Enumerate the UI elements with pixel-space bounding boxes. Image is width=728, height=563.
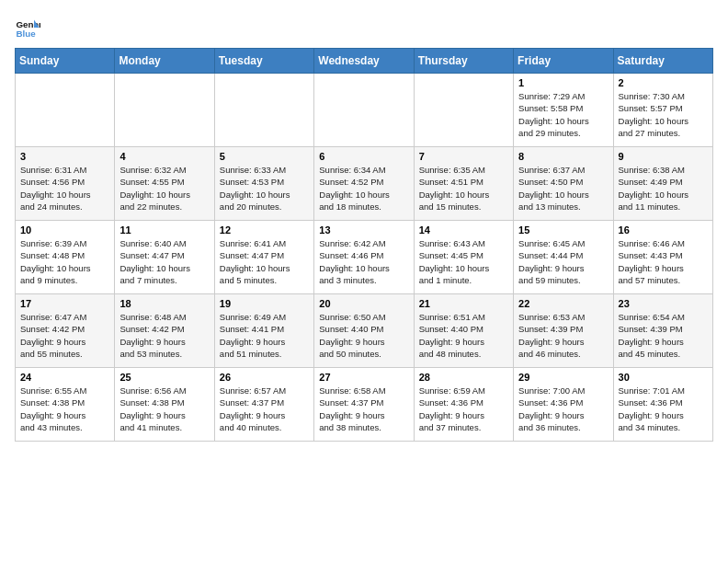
day-number: 20 [319,298,408,309]
day-info: Sunrise: 6:42 AM Sunset: 4:46 PM Dayligh… [319,237,408,286]
calendar-week-4: 17Sunrise: 6:47 AM Sunset: 4:42 PM Dayli… [16,294,713,368]
day-number: 28 [419,372,508,383]
calendar-cell: 29Sunrise: 7:00 AM Sunset: 4:36 PM Dayli… [514,368,613,442]
day-number: 6 [319,151,408,162]
day-number: 8 [518,151,608,162]
day-info: Sunrise: 6:49 AM Sunset: 4:41 PM Dayligh… [220,311,309,360]
day-number: 23 [619,298,708,309]
calendar-cell: 13Sunrise: 6:42 AM Sunset: 4:46 PM Dayli… [314,221,414,294]
day-info: Sunrise: 6:57 AM Sunset: 4:37 PM Dayligh… [220,385,309,433]
day-number: 16 [619,224,708,236]
calendar-cell: 8Sunrise: 6:37 AM Sunset: 4:50 PM Daylig… [514,147,613,221]
calendar: SundayMondayTuesdayWednesdayThursdayFrid… [15,48,713,442]
calendar-cell: 28Sunrise: 6:59 AM Sunset: 4:36 PM Dayli… [414,368,513,442]
day-number: 7 [419,151,508,162]
calendar-cell: 1Sunrise: 7:29 AM Sunset: 5:58 PM Daylig… [514,74,613,147]
day-number: 2 [619,77,708,88]
calendar-cell [115,74,214,147]
day-number: 30 [619,372,708,383]
day-info: Sunrise: 6:48 AM Sunset: 4:42 PM Dayligh… [119,311,209,360]
weekday-header-sunday: Sunday [16,49,115,74]
day-info: Sunrise: 6:38 AM Sunset: 4:49 PM Dayligh… [619,164,708,213]
calendar-cell: 2Sunrise: 7:30 AM Sunset: 5:57 PM Daylig… [613,74,712,147]
day-number: 25 [119,372,209,383]
day-number: 26 [220,372,309,383]
calendar-cell: 25Sunrise: 6:56 AM Sunset: 4:38 PM Dayli… [115,368,214,442]
calendar-cell: 23Sunrise: 6:54 AM Sunset: 4:39 PM Dayli… [613,294,712,368]
day-number: 13 [319,224,408,236]
day-info: Sunrise: 6:56 AM Sunset: 4:38 PM Dayligh… [119,385,209,433]
day-number: 17 [20,298,109,309]
calendar-cell: 7Sunrise: 6:35 AM Sunset: 4:51 PM Daylig… [414,147,513,221]
calendar-cell [414,74,513,147]
calendar-cell: 20Sunrise: 6:50 AM Sunset: 4:40 PM Dayli… [314,294,414,368]
day-number: 19 [220,298,309,309]
day-info: Sunrise: 6:32 AM Sunset: 4:55 PM Dayligh… [119,164,209,213]
day-number: 12 [220,224,309,236]
day-number: 24 [20,372,109,383]
calendar-cell: 19Sunrise: 6:49 AM Sunset: 4:41 PM Dayli… [214,294,313,368]
calendar-week-3: 10Sunrise: 6:39 AM Sunset: 4:48 PM Dayli… [16,221,713,294]
day-info: Sunrise: 6:39 AM Sunset: 4:48 PM Dayligh… [20,237,109,286]
calendar-cell [214,74,313,147]
day-number: 29 [518,372,608,383]
calendar-cell: 11Sunrise: 6:40 AM Sunset: 4:47 PM Dayli… [115,221,214,294]
day-info: Sunrise: 7:00 AM Sunset: 4:36 PM Dayligh… [518,385,608,433]
calendar-cell: 16Sunrise: 6:46 AM Sunset: 4:43 PM Dayli… [613,221,712,294]
day-info: Sunrise: 6:41 AM Sunset: 4:47 PM Dayligh… [220,237,309,286]
calendar-cell: 21Sunrise: 6:51 AM Sunset: 4:40 PM Dayli… [414,294,513,368]
day-number: 5 [220,151,309,162]
calendar-cell: 22Sunrise: 6:53 AM Sunset: 4:39 PM Dayli… [514,294,613,368]
day-info: Sunrise: 6:55 AM Sunset: 4:38 PM Dayligh… [20,385,109,433]
day-number: 22 [518,298,608,309]
calendar-cell [314,74,414,147]
weekday-header-friday: Friday [514,49,613,74]
calendar-cell: 18Sunrise: 6:48 AM Sunset: 4:42 PM Dayli… [115,294,214,368]
weekday-header-tuesday: Tuesday [214,49,313,74]
day-info: Sunrise: 7:30 AM Sunset: 5:57 PM Dayligh… [619,90,708,139]
logo: General Blue [15,15,44,40]
day-number: 11 [119,224,209,236]
day-info: Sunrise: 6:54 AM Sunset: 4:39 PM Dayligh… [619,311,708,360]
svg-text:Blue: Blue [16,29,36,39]
calendar-cell: 24Sunrise: 6:55 AM Sunset: 4:38 PM Dayli… [16,368,115,442]
calendar-cell: 3Sunrise: 6:31 AM Sunset: 4:56 PM Daylig… [16,147,115,221]
day-info: Sunrise: 6:45 AM Sunset: 4:44 PM Dayligh… [518,237,608,286]
day-info: Sunrise: 7:01 AM Sunset: 4:36 PM Dayligh… [619,385,708,433]
calendar-cell: 27Sunrise: 6:58 AM Sunset: 4:37 PM Dayli… [314,368,414,442]
calendar-cell: 26Sunrise: 6:57 AM Sunset: 4:37 PM Dayli… [214,368,313,442]
day-info: Sunrise: 6:51 AM Sunset: 4:40 PM Dayligh… [419,311,508,360]
weekday-header-wednesday: Wednesday [314,49,414,74]
calendar-cell: 4Sunrise: 6:32 AM Sunset: 4:55 PM Daylig… [115,147,214,221]
calendar-cell: 9Sunrise: 6:38 AM Sunset: 4:49 PM Daylig… [613,147,712,221]
day-info: Sunrise: 6:53 AM Sunset: 4:39 PM Dayligh… [518,311,608,360]
day-info: Sunrise: 6:46 AM Sunset: 4:43 PM Dayligh… [619,237,708,286]
day-info: Sunrise: 6:37 AM Sunset: 4:50 PM Dayligh… [518,164,608,213]
day-info: Sunrise: 6:50 AM Sunset: 4:40 PM Dayligh… [319,311,408,360]
calendar-cell: 30Sunrise: 7:01 AM Sunset: 4:36 PM Dayli… [613,368,712,442]
weekday-header-thursday: Thursday [414,49,513,74]
day-number: 1 [518,77,608,88]
day-info: Sunrise: 6:59 AM Sunset: 4:36 PM Dayligh… [419,385,508,433]
calendar-cell: 6Sunrise: 6:34 AM Sunset: 4:52 PM Daylig… [314,147,414,221]
calendar-header-row: SundayMondayTuesdayWednesdayThursdayFrid… [16,49,713,74]
page-header: General Blue [15,15,713,40]
day-info: Sunrise: 7:29 AM Sunset: 5:58 PM Dayligh… [518,90,608,139]
weekday-header-saturday: Saturday [613,49,712,74]
day-info: Sunrise: 6:35 AM Sunset: 4:51 PM Dayligh… [419,164,508,213]
day-number: 3 [20,151,109,162]
weekday-header-monday: Monday [115,49,214,74]
logo-icon: General Blue [15,15,40,40]
calendar-cell: 5Sunrise: 6:33 AM Sunset: 4:53 PM Daylig… [214,147,313,221]
day-info: Sunrise: 6:31 AM Sunset: 4:56 PM Dayligh… [20,164,109,213]
calendar-cell [16,74,115,147]
day-info: Sunrise: 6:47 AM Sunset: 4:42 PM Dayligh… [20,311,109,360]
calendar-cell: 14Sunrise: 6:43 AM Sunset: 4:45 PM Dayli… [414,221,513,294]
calendar-week-5: 24Sunrise: 6:55 AM Sunset: 4:38 PM Dayli… [16,368,713,442]
day-number: 18 [119,298,209,309]
day-info: Sunrise: 6:34 AM Sunset: 4:52 PM Dayligh… [319,164,408,213]
calendar-cell: 15Sunrise: 6:45 AM Sunset: 4:44 PM Dayli… [514,221,613,294]
calendar-week-2: 3Sunrise: 6:31 AM Sunset: 4:56 PM Daylig… [16,147,713,221]
calendar-cell: 17Sunrise: 6:47 AM Sunset: 4:42 PM Dayli… [16,294,115,368]
calendar-week-1: 1Sunrise: 7:29 AM Sunset: 5:58 PM Daylig… [16,74,713,147]
